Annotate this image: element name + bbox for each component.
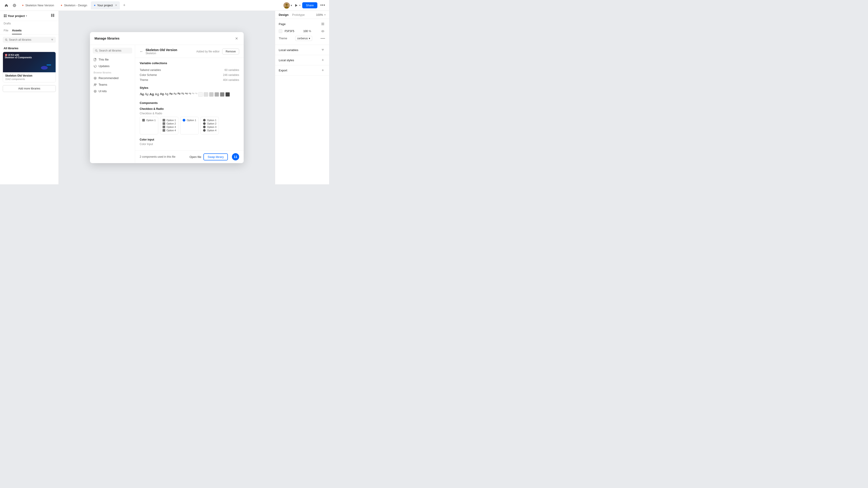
svg-point-30 xyxy=(322,31,323,32)
remove-library-button[interactable]: Remove xyxy=(222,48,239,55)
modal-nav-teams[interactable]: Teams xyxy=(90,81,135,88)
style-swatch-5 xyxy=(220,92,224,97)
checkbox-box xyxy=(142,119,145,122)
svg-rect-20 xyxy=(94,58,96,61)
modal-search[interactable] xyxy=(93,48,132,54)
variable-row: Theme 404 variables xyxy=(140,77,239,83)
modal-nav-this-file[interactable]: This file xyxy=(90,56,135,63)
play-controls[interactable]: ▾ xyxy=(294,3,301,8)
more-menu-icon[interactable]: ••• xyxy=(319,2,327,9)
style-swatch-3 xyxy=(209,92,214,97)
modal-header: Manage libraries ✕ xyxy=(90,32,244,45)
library-info: Skeleton Old Version Skeleton xyxy=(146,48,194,55)
modal-sidebar: This file Updates Browse libraries Recom… xyxy=(90,45,135,163)
teams-icon xyxy=(94,83,97,86)
style-ag-1: Ag xyxy=(140,92,144,97)
style-ag-3: Ag xyxy=(149,92,154,97)
style-ag-2: Ag xyxy=(145,92,149,97)
local-variables-section: Local variables xyxy=(275,45,329,55)
modal-footer: 2 components used in this file Open file… xyxy=(135,150,244,163)
svg-rect-29 xyxy=(323,24,324,25)
svg-rect-26 xyxy=(322,23,322,24)
modal-search-input[interactable] xyxy=(99,49,130,52)
tab-skeleton-design[interactable]: ✦ Skeleton - Design xyxy=(58,1,90,9)
color-input-group[interactable]: F5F5F5 xyxy=(279,29,294,33)
style-swatch-4 xyxy=(215,92,219,97)
local-variables-row: Local variables xyxy=(279,47,326,53)
left-sidebar: Your project ▾ Drafts File Assets All li… xyxy=(0,11,59,184)
library-card[interactable]: 🎯 UI Kit withSkeleton v3 Components Skel… xyxy=(3,52,56,83)
step-badge: 11 xyxy=(232,153,239,160)
theme-dropdown[interactable]: cerberus ▾ xyxy=(295,36,312,41)
radio-option-row: Option 4 xyxy=(203,129,217,132)
add-tab-icon[interactable]: + xyxy=(121,2,128,9)
manage-libraries-modal: Manage libraries ✕ This file xyxy=(90,32,244,163)
component-preview-multi-checkbox: Option 1 Option 2 Option 3 xyxy=(160,117,179,134)
modal-body: This file Updates Browse libraries Recom… xyxy=(90,45,244,163)
sidebar-tab-file[interactable]: File xyxy=(4,29,8,34)
add-libraries-button[interactable]: Add more libraries xyxy=(3,85,56,92)
tab-your-project[interactable]: ✦ Your project ✕ xyxy=(91,1,120,9)
style-swatch-2 xyxy=(204,92,208,97)
modal-nav-recommended[interactable]: Recommended xyxy=(90,75,135,81)
file-icon xyxy=(94,58,97,61)
tab-prototype[interactable]: Prototype xyxy=(292,13,305,17)
tab-skeleton-new[interactable]: ✦ Skeleton New Version xyxy=(19,1,57,9)
sort-icon[interactable] xyxy=(51,38,54,41)
library-card-info: Skeleton Old Version 1542 components xyxy=(3,72,56,82)
component-preview-single-radio: Option 1 xyxy=(180,117,199,134)
svg-rect-8 xyxy=(5,16,6,17)
modal-overlay: Manage libraries ✕ This file xyxy=(59,11,275,184)
home-icon[interactable] xyxy=(3,2,10,9)
modal-close-button[interactable]: ✕ xyxy=(234,36,239,41)
export-section: Export + xyxy=(275,65,329,75)
right-sidebar-header: Design Prototype 100% ▾ xyxy=(275,11,329,19)
add-export-icon[interactable]: + xyxy=(320,68,326,73)
sidebar-tab-assets[interactable]: Assets xyxy=(12,29,22,34)
svg-rect-6 xyxy=(5,14,6,15)
svg-marker-4 xyxy=(295,4,298,7)
checkbox-option-row: Option 3 xyxy=(162,126,176,128)
top-bar-right: ▾ ▾ Share ••• xyxy=(283,2,327,9)
modal-content-scroll[interactable]: Variable collections Tailwind variables … xyxy=(135,58,244,150)
sidebar-header: Your project ▾ xyxy=(0,11,59,21)
globe-icon[interactable] xyxy=(11,2,18,9)
style-ag-8: Ag xyxy=(174,92,176,97)
search-input[interactable] xyxy=(9,38,50,41)
local-styles-section: Local styles + xyxy=(275,55,329,65)
checkbox-option-row: Option 2 xyxy=(162,122,176,125)
main-layout: Your project ▾ Drafts File Assets All li… xyxy=(0,11,329,184)
style-ag-9: Ag xyxy=(178,92,180,97)
variable-list: Tailwind variables 60 variables Color Sc… xyxy=(140,68,239,83)
svg-point-16 xyxy=(41,66,48,70)
opacity-group[interactable]: 100 % xyxy=(303,30,311,33)
checkbox-option-1: Option 1 xyxy=(142,119,156,122)
style-ag-13: Ag xyxy=(192,92,194,97)
sidebar-layout-toggle[interactable] xyxy=(51,13,55,19)
modal-nav-updates[interactable]: Updates xyxy=(90,63,135,69)
eye-icon[interactable] xyxy=(320,29,326,34)
local-variables-icon[interactable] xyxy=(320,47,326,53)
user-avatar-group[interactable]: ▾ xyxy=(283,2,292,8)
checkbox-box xyxy=(162,126,165,128)
modal-nav-ui-kits[interactable]: UI kits xyxy=(90,88,135,94)
add-style-icon[interactable]: + xyxy=(320,57,326,63)
back-button[interactable]: ← xyxy=(140,50,143,54)
tab-design[interactable]: Design xyxy=(279,13,288,17)
swap-library-button[interactable]: Swap library xyxy=(204,153,228,160)
svg-rect-9 xyxy=(51,14,53,17)
share-button[interactable]: Share xyxy=(302,2,317,8)
theme-row: Theme cerberus ▾ xyxy=(279,36,326,41)
sidebar-project-title[interactable]: Your project ▾ xyxy=(4,14,27,18)
checkbox-box xyxy=(162,122,165,125)
components-section: Components Checkbox & Radio Checkbox & R… xyxy=(140,101,239,146)
svg-point-11 xyxy=(5,39,7,40)
minus-icon[interactable] xyxy=(320,36,326,41)
page-row: Page xyxy=(279,21,326,27)
left-sidebar-search[interactable] xyxy=(3,37,56,43)
add-page-icon[interactable] xyxy=(320,21,326,27)
style-ag-4: Ag xyxy=(155,92,159,97)
open-file-button[interactable]: Open file xyxy=(189,155,201,159)
component-previews: Option 1 Option 1 xyxy=(140,117,239,134)
tab-close-icon[interactable]: ✕ xyxy=(115,4,117,7)
